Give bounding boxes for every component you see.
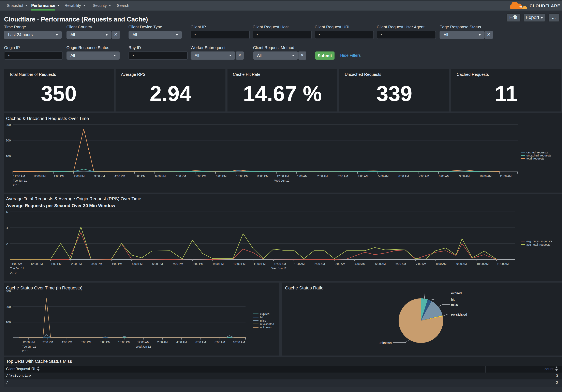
svg-text:10:00 AM: 10:00 AM: [233, 341, 245, 344]
svg-text:6: 6: [6, 210, 8, 213]
svg-text:3:00 PM: 3:00 PM: [91, 262, 102, 265]
svg-text:total_requests: total_requests: [526, 157, 544, 160]
svg-text:5:00 PM: 5:00 PM: [132, 262, 142, 265]
svg-text:2019: 2019: [22, 349, 28, 353]
svg-text:100: 100: [5, 154, 11, 158]
svg-text:Tue Jun 11: Tue Jun 11: [10, 267, 24, 270]
svg-text:300: 300: [5, 289, 11, 293]
svg-text:uncached_requests: uncached_requests: [526, 154, 551, 157]
svg-text:11:00 PM: 11:00 PM: [256, 174, 268, 178]
svg-text:Tue Jun 11: Tue Jun 11: [22, 345, 36, 348]
svg-text:7:00 AM: 7:00 AM: [419, 174, 429, 178]
svg-text:11:00 PM: 11:00 PM: [253, 262, 265, 265]
svg-text:6:00 AM: 6:00 AM: [398, 174, 409, 178]
svg-text:4:00 PM: 4:00 PM: [61, 341, 72, 344]
svg-text:4: 4: [6, 226, 8, 230]
svg-text:8:00 AM: 8:00 AM: [439, 174, 449, 178]
svg-text:unknown: unknown: [260, 326, 271, 329]
svg-text:avg_total_requests: avg_total_requests: [526, 243, 550, 246]
svg-text:12:00 AM: 12:00 AM: [137, 341, 149, 344]
svg-text:5:00 PM: 5:00 PM: [135, 174, 145, 178]
svg-text:12:00 AM: 12:00 AM: [277, 174, 289, 178]
svg-text:6:00 AM: 6:00 AM: [395, 262, 406, 265]
svg-text:revalidated: revalidated: [451, 313, 467, 316]
svg-text:11:00 AM: 11:00 AM: [13, 174, 25, 178]
svg-text:100: 100: [5, 321, 11, 324]
svg-text:2019: 2019: [10, 271, 16, 275]
svg-text:2019: 2019: [13, 183, 19, 186]
svg-text:6:00 PM: 6:00 PM: [81, 341, 91, 344]
svg-text:Wed Jun 12: Wed Jun 12: [274, 179, 289, 182]
svg-text:hit: hit: [260, 316, 263, 319]
svg-text:1:00 PM: 1:00 PM: [51, 262, 61, 265]
svg-text:2:00 AM: 2:00 AM: [314, 262, 325, 265]
svg-text:9:00 AM: 9:00 AM: [459, 174, 469, 178]
svg-text:4:00 AM: 4:00 AM: [355, 262, 365, 265]
svg-text:8:00 AM: 8:00 AM: [436, 262, 446, 265]
svg-text:unknown: unknown: [378, 341, 391, 345]
svg-text:2: 2: [6, 242, 8, 245]
svg-text:10:00 PM: 10:00 PM: [233, 262, 245, 265]
svg-text:1:00 AM: 1:00 AM: [294, 262, 304, 265]
svg-text:miss: miss: [260, 319, 266, 322]
svg-text:9:00 PM: 9:00 PM: [213, 262, 223, 265]
svg-text:4:00 PM: 4:00 PM: [112, 262, 122, 265]
svg-text:expired: expired: [451, 291, 461, 295]
svg-text:8:00 PM: 8:00 PM: [193, 262, 203, 265]
svg-text:6:00 PM: 6:00 PM: [155, 174, 165, 178]
svg-text:2:00 PM: 2:00 PM: [42, 341, 53, 344]
svg-text:7:00 PM: 7:00 PM: [175, 174, 186, 178]
svg-text:7:00 PM: 7:00 PM: [172, 262, 183, 265]
svg-text:miss: miss: [451, 303, 457, 306]
svg-text:300: 300: [5, 123, 11, 126]
svg-text:9:00 AM: 9:00 AM: [456, 262, 467, 265]
svg-text:revalidated: revalidated: [260, 323, 274, 326]
svg-text:3:00 PM: 3:00 PM: [94, 174, 105, 178]
svg-text:3:00 AM: 3:00 AM: [335, 262, 345, 265]
svg-text:200: 200: [5, 138, 11, 142]
svg-text:5:00 AM: 5:00 AM: [378, 174, 388, 178]
svg-text:11:00 AM: 11:00 AM: [10, 262, 22, 265]
svg-text:11:00 AM: 11:00 AM: [500, 174, 511, 178]
svg-text:12:00 AM: 12:00 AM: [274, 262, 286, 265]
svg-text:cached_requests: cached_requests: [526, 150, 548, 154]
svg-text:200: 200: [5, 305, 11, 309]
svg-text:2:00 PM: 2:00 PM: [74, 174, 84, 178]
svg-text:10:00 PM: 10:00 PM: [118, 341, 130, 344]
svg-text:2:00 AM: 2:00 AM: [157, 341, 167, 344]
svg-text:Tue Jun 11: Tue Jun 11: [13, 179, 27, 182]
svg-text:2:00 PM: 2:00 PM: [71, 262, 82, 265]
svg-text:4:00 PM: 4:00 PM: [114, 174, 125, 178]
svg-text:6:00 AM: 6:00 AM: [195, 341, 206, 344]
svg-text:4:00 AM: 4:00 AM: [358, 174, 368, 178]
svg-text:8:00 AM: 8:00 AM: [214, 341, 225, 344]
svg-text:5:00 AM: 5:00 AM: [375, 262, 386, 265]
svg-text:12:00 PM: 12:00 PM: [33, 174, 46, 178]
svg-text:10:00 AM: 10:00 AM: [479, 174, 491, 178]
svg-text:10:00 AM: 10:00 AM: [476, 262, 488, 265]
svg-text:6:00 PM: 6:00 PM: [152, 262, 163, 265]
svg-text:hit: hit: [451, 298, 454, 301]
svg-text:avg_origin_requests: avg_origin_requests: [526, 240, 552, 243]
svg-text:9:00 PM: 9:00 PM: [216, 174, 226, 178]
svg-text:7:00 AM: 7:00 AM: [416, 262, 426, 265]
svg-text:3:00 AM: 3:00 AM: [337, 174, 348, 178]
svg-text:11:00 AM: 11:00 AM: [497, 262, 508, 265]
svg-text:4:00 AM: 4:00 AM: [176, 341, 187, 344]
svg-text:8:00 PM: 8:00 PM: [195, 174, 206, 178]
svg-text:Wed Jun 12: Wed Jun 12: [271, 267, 286, 270]
svg-text:Wed Jun 12: Wed Jun 12: [136, 345, 151, 348]
svg-text:12:00 PM: 12:00 PM: [30, 262, 43, 265]
svg-text:2:00 AM: 2:00 AM: [317, 174, 328, 178]
svg-text:1:00 AM: 1:00 AM: [297, 174, 307, 178]
svg-text:1:00 PM: 1:00 PM: [54, 174, 64, 178]
svg-text:expired: expired: [260, 312, 269, 316]
svg-text:8:00 PM: 8:00 PM: [100, 341, 110, 344]
svg-text:12:00 PM: 12:00 PM: [22, 341, 35, 344]
svg-text:10:00 PM: 10:00 PM: [236, 174, 248, 178]
